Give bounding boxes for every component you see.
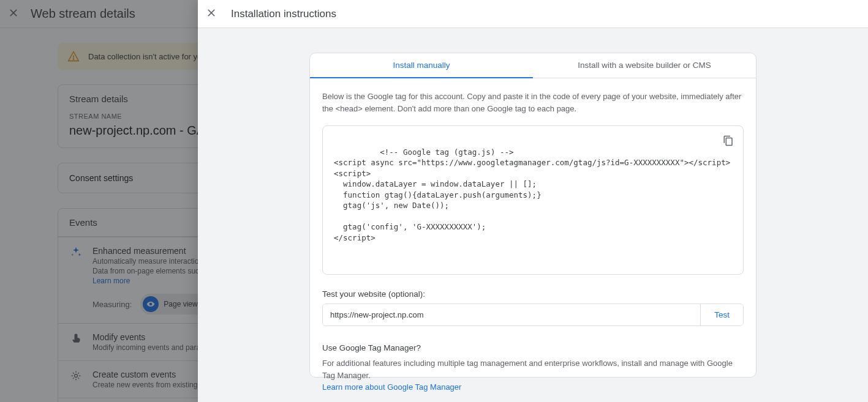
gtag-code: <!-- Google tag (gtag.js) --> <script as… [334,147,730,242]
installation-panel: Installation instructions Install manual… [198,0,868,402]
gtm-question: Use Google Tag Manager? [322,343,744,352]
tab-install-cms[interactable]: Install with a website builder or CMS [533,53,756,78]
test-url-input[interactable] [323,304,700,326]
panel-title: Installation instructions [231,8,336,20]
panel-body: Install manually Install with a website … [198,28,868,402]
test-row: Test [322,303,744,326]
tab-install-manually[interactable]: Install manually [310,53,533,78]
install-tabs: Install manually Install with a website … [310,53,756,78]
gtm-learn-more-link[interactable]: Learn more about Google Tag Manager [322,382,461,392]
install-card: Install manually Install with a website … [309,53,757,378]
gtm-body: For additional features including multip… [322,357,744,381]
test-label: Test your website (optional): [322,289,744,299]
copy-icon[interactable] [719,131,738,151]
test-button[interactable]: Test [700,304,743,326]
close-icon[interactable] [205,7,217,21]
panel-header: Installation instructions [198,0,868,28]
gtag-code-block[interactable]: <!-- Google tag (gtag.js) --> <script as… [322,125,744,275]
install-intro: Below is the Google tag for this account… [322,91,744,114]
